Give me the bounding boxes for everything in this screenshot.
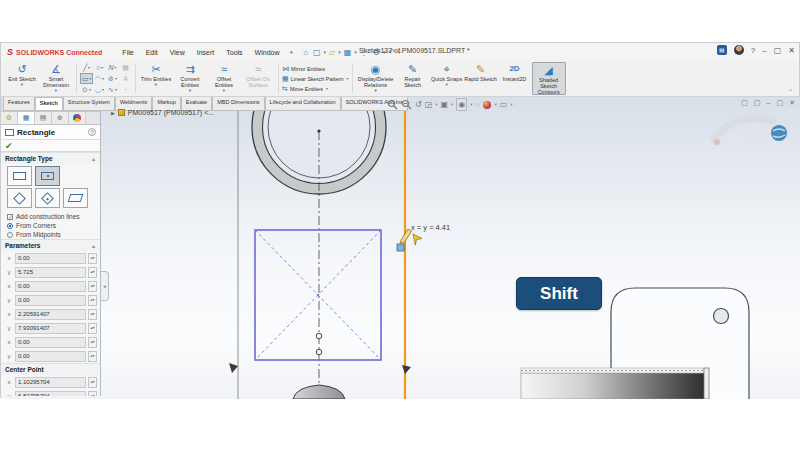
parameter-input[interactable]: 5.725: [15, 267, 86, 278]
parameter-input[interactable]: 0.00: [15, 351, 86, 362]
new-caret-icon[interactable]: ▾: [324, 49, 327, 55]
doc-restore-icon[interactable]: ▢: [777, 99, 784, 107]
menu-window[interactable]: Window: [249, 49, 286, 56]
stepper-icon[interactable]: ▴▾: [88, 323, 97, 334]
parameter-input[interactable]: 0.00: [15, 281, 86, 292]
text-tool-icon[interactable]: A: [119, 73, 132, 84]
stepper-icon[interactable]: ▴▾: [88, 281, 97, 292]
rectangle-center-point[interactable]: [317, 294, 320, 297]
caret-icon[interactable]: ▾: [451, 102, 453, 107]
home-icon[interactable]: ⌂: [301, 48, 310, 57]
exit-sketch-button[interactable]: ↺ Exit Sketch ▾: [5, 62, 39, 95]
display-style-icon[interactable]: ◉: [456, 98, 467, 111]
doc-minimize-icon[interactable]: –: [767, 99, 771, 107]
menu-tools[interactable]: Tools: [220, 49, 248, 56]
offset-on-surface-button[interactable]: ≈ Offset On Surface: [241, 62, 275, 95]
parallelogram-button[interactable]: [63, 188, 88, 208]
menu-file[interactable]: File: [116, 49, 139, 56]
trim-entities-button[interactable]: ✂ Trim Entities ▾: [139, 62, 173, 95]
open-icon[interactable]: ▱: [327, 48, 337, 57]
confirm-check-icon[interactable]: ✔: [1, 140, 100, 152]
stepper-icon[interactable]: ▴▾: [88, 267, 97, 278]
parameter-input[interactable]: 1.10295704: [15, 377, 86, 388]
zoom-fit-icon[interactable]: [387, 99, 398, 110]
section-parameters[interactable]: Parameters ▲: [1, 239, 100, 251]
stepper-icon[interactable]: ▴▾: [88, 253, 97, 264]
corner-rectangle-button[interactable]: [7, 166, 32, 186]
dimxpert-manager-tab[interactable]: ⊕: [52, 112, 69, 124]
tab-lifecycle-collaboration[interactable]: Lifecycle and Collaboration: [265, 97, 341, 111]
section-rectangle-type[interactable]: Rectangle Type ▲: [1, 152, 100, 164]
parameter-input[interactable]: 2.20591407: [15, 309, 86, 320]
arc-tool-icon[interactable]: ◠▾: [93, 73, 106, 84]
maximize-icon[interactable]: ▢: [774, 46, 782, 55]
display-delete-relations-button[interactable]: ◉ Display/Delete Relations ▾: [356, 62, 396, 95]
add-construction-lines-option[interactable]: ✓ Add construction lines: [1, 212, 100, 221]
doc-cascade-icon[interactable]: ▢: [741, 99, 748, 107]
property-manager-tab[interactable]: ▦: [18, 112, 35, 124]
panel-collapse-handle[interactable]: ◂: [101, 271, 109, 301]
doc-tile-icon[interactable]: ▢: [754, 99, 761, 107]
shaded-bar-face[interactable]: [521, 373, 704, 399]
spline-tool-icon[interactable]: N▾: [106, 62, 119, 73]
caret-icon[interactable]: ▾: [510, 102, 512, 107]
stepper-icon[interactable]: ▴▾: [88, 337, 97, 348]
line-tool-icon[interactable]: ╱▾: [80, 62, 93, 73]
instant2d-button[interactable]: 2D Instant2D: [498, 62, 532, 95]
caret-icon[interactable]: ▾: [470, 102, 472, 107]
parameter-input[interactable]: 7.93091407: [15, 323, 86, 334]
menu-edit[interactable]: Edit: [140, 49, 164, 56]
move-entities-button[interactable]: ⇆ Move Entities ▾: [282, 85, 349, 93]
minimize-icon[interactable]: –: [762, 46, 766, 55]
ribbon-collapse-icon[interactable]: ⌃: [788, 88, 793, 95]
bottom-boss-face[interactable]: [293, 385, 345, 399]
view-orientation-icon[interactable]: ▣: [441, 99, 449, 110]
three-point-corner-rectangle-button[interactable]: [7, 188, 32, 208]
save-caret-icon[interactable]: ▾: [354, 49, 357, 55]
repair-sketch-button[interactable]: ✎ Repair Sketch: [396, 62, 430, 95]
ellipse-tool-icon[interactable]: ◡▾: [93, 84, 106, 95]
tab-mbd-dimensions[interactable]: MBD Dimensions: [212, 97, 264, 111]
stepper-icon[interactable]: ▴▾: [88, 351, 97, 362]
caret-icon[interactable]: ▾: [435, 102, 437, 107]
expand-arrow-icon[interactable]: ▶: [111, 110, 115, 116]
tab-structure-system[interactable]: Structure System: [63, 97, 115, 111]
help-icon[interactable]: ?: [751, 46, 755, 55]
caret-icon[interactable]: ▾: [494, 102, 496, 107]
help-icon[interactable]: ?: [88, 128, 96, 136]
quick-snaps-button[interactable]: ⌖ Quick Snaps ▾: [430, 62, 464, 95]
mirror-entities-button[interactable]: ⋈ Mirror Entities: [282, 65, 349, 73]
parameter-input[interactable]: 0.00: [15, 253, 86, 264]
parameter-input[interactable]: 0.00: [15, 295, 86, 306]
radio-icon[interactable]: [7, 232, 13, 238]
pin-menu-icon[interactable]: ●: [290, 49, 294, 55]
sketch-point-1[interactable]: [316, 333, 322, 339]
section-center-point[interactable]: Center Point: [1, 363, 100, 375]
display-manager-tab[interactable]: [69, 112, 86, 124]
configuration-manager-tab[interactable]: ▤: [35, 112, 52, 124]
feature-manager-tab[interactable]: ⚙: [1, 112, 18, 124]
save-icon[interactable]: ▦: [342, 48, 354, 57]
shaded-sketch-contours-button[interactable]: ◢ Shaded Sketch Contours: [532, 62, 566, 95]
edit-appearance-icon[interactable]: [483, 101, 491, 109]
slot-tool-icon[interactable]: ⊘▾: [106, 73, 119, 84]
doc-close-icon[interactable]: ✕: [789, 99, 795, 107]
new-document-icon[interactable]: ▢: [311, 48, 323, 57]
rectangle-tool-icon[interactable]: ▭▾: [80, 73, 93, 84]
feature-tree-root[interactable]: ▶ PM009517 (PM009517) <...: [111, 109, 214, 116]
menu-view[interactable]: View: [164, 49, 191, 56]
close-icon[interactable]: ✕: [788, 46, 795, 55]
app-switcher-icon[interactable]: ▤: [717, 45, 727, 55]
circle-tool-icon[interactable]: ○▾: [93, 62, 106, 73]
zoom-area-icon[interactable]: [401, 99, 412, 110]
section-view-icon[interactable]: ◲: [425, 99, 433, 110]
offset-entities-button[interactable]: ≈ Offset Entities ▾: [207, 62, 241, 95]
center-rectangle-button[interactable]: [35, 166, 60, 186]
stepper-icon[interactable]: ▴▾: [88, 377, 97, 388]
dot-tool-icon[interactable]: ·: [119, 84, 132, 95]
graphics-area[interactable]: ↺ ◲ ▾ ▣ ▾ ◉ ▾ ○ ▾ ▭ ▾ ▢ ▢ – ▢ ✕ ▶ PM0095…: [1, 97, 800, 399]
linear-sketch-pattern-button[interactable]: ▦ Linear Sketch Pattern ▾: [282, 75, 349, 83]
menu-insert[interactable]: Insert: [191, 49, 221, 56]
checkbox-checked-icon[interactable]: ✓: [7, 214, 13, 220]
view-settings-icon[interactable]: ▭: [500, 99, 508, 110]
